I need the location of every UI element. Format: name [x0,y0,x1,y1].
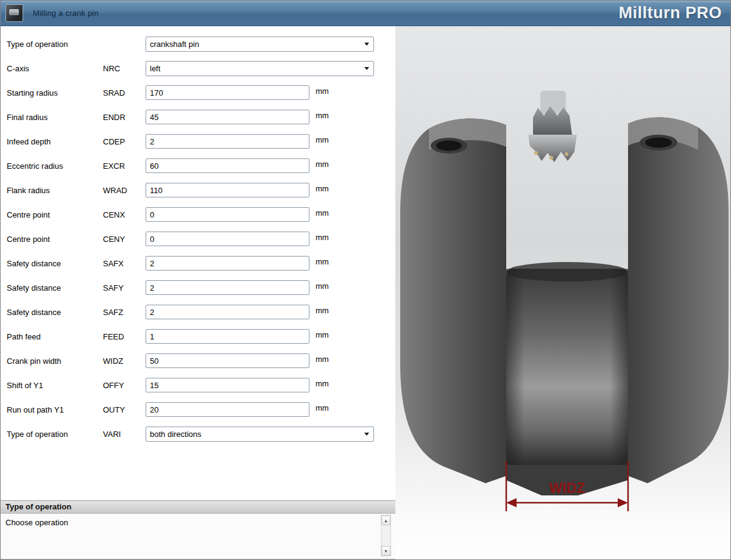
crank-pin [506,262,628,465]
parameter-panel: Type of operationcrankshaft pinC-axisNRC… [1,26,395,559]
crankshaft-model [400,91,729,495]
feed-input[interactable] [146,329,309,344]
form-row: Shift of Y1OFFYmm [7,373,395,397]
param-label-feed: Path feed [7,332,103,341]
cenx-input[interactable] [146,207,309,222]
param-label-wrad: Flank radius [7,186,103,195]
param-label-outy: Run out path Y1 [7,405,103,414]
unit-label: mm [316,233,329,242]
nrc-select[interactable]: left [146,61,374,76]
widz-dimension-label: WIDZ [549,480,585,496]
param-code-vari: VARI [103,430,146,439]
cdep-input[interactable] [146,134,309,149]
param-code-wrad: WRAD [103,186,146,195]
param-code-srad: SRAD [103,88,146,97]
parameter-form: Type of operationcrankshaft pinC-axisNRC… [1,26,395,446]
scroll-up-icon: ▲ [384,519,388,523]
unit-label: mm [316,184,329,193]
param-code-safx: SAFX [103,259,146,268]
wrad-input[interactable] [146,183,309,197]
param-label-offy: Shift of Y1 [7,381,103,390]
outy-input[interactable] [146,402,309,417]
crankshaft-render: WIDZ [395,26,731,560]
safz-input[interactable] [146,305,309,319]
form-row: Type of operationcrankshaft pin [7,32,395,56]
ceny-input[interactable] [146,232,309,246]
param-code-cdep: CDEP [103,137,146,146]
param-label-ceny: Centre point [7,235,103,244]
cutter-insert [565,152,568,156]
help-scrollbar[interactable]: ▲ ▼ [381,515,391,556]
safx-input[interactable] [146,256,309,271]
param-code-safz: SAFZ [103,308,146,317]
param-label-safz: Safety distance [7,308,103,317]
window-title: Milling a crank pin [33,9,99,18]
unit-label: mm [316,355,329,364]
form-row: Path feedFEEDmm [7,324,395,349]
scroll-track[interactable] [381,525,390,546]
excr-input[interactable] [146,158,309,173]
param-label-vari: Type of operation [7,430,103,439]
param-code-excr: EXCR [103,161,146,171]
param-label-safy: Safety distance [7,283,103,292]
form-row: Run out path Y1OUTYmm [7,397,395,422]
unit-label: mm [316,282,329,291]
form-row: Final radiusENDRmm [7,105,395,129]
form-row: Centre pointCENXmm [7,202,395,227]
param-code-feed: FEED [103,332,146,341]
unit-label: mm [316,160,329,169]
form-row: Eccentric radiusEXCRmm [7,154,395,178]
nrc-select-value: left [146,64,160,73]
param-label-cenx: Centre point [7,210,103,219]
cutter-insert [534,151,538,155]
param-label-endr: Final radius [7,113,103,122]
param-code-endr: ENDR [103,113,146,122]
widz-input[interactable] [146,353,309,368]
scroll-down-icon: ▼ [384,549,388,553]
unit-label: mm [316,111,329,120]
vari-select-value: both directions [146,430,202,439]
brand-logo: Millturn PRO [619,4,722,23]
unit-label: mm [316,379,329,388]
form-row: Infeed depthCDEPmm [7,129,395,154]
param-label-safx: Safety distance [7,259,103,268]
safy-input[interactable] [146,280,309,295]
milling-tool [528,91,577,162]
chevron-down-icon [364,43,369,46]
unit-label: mm [316,306,329,315]
param-code-outy: OUTY [103,405,146,414]
3d-viewport[interactable]: WIDZ [395,26,730,559]
param-code-cenx: CENX [103,210,146,219]
help-text: Choose operation [1,514,395,531]
unit-label: mm [316,330,329,339]
form-row: Flank radiusWRADmm [7,178,395,202]
scroll-down-button[interactable]: ▼ [381,546,390,556]
cutter-insert [549,156,553,160]
unit-label: mm [316,257,329,266]
app-icon[interactable] [5,4,23,22]
help-section: Choose operation ▲ ▼ [1,514,395,559]
offy-input[interactable] [146,378,309,392]
param-label-cdep: Infeed depth [7,137,103,146]
param-code-nrc: NRC [103,64,146,73]
param-label-excr: Eccentric radius [7,161,103,171]
param-code-safy: SAFY [103,283,146,292]
param-code-offy: OFFY [103,381,146,390]
type-of-operation-select-value: crankshaft pin [146,40,199,49]
vari-select[interactable]: both directions [146,427,374,442]
form-row: Safety distanceSAFZmm [7,300,395,324]
form-row: Centre pointCENYmm [7,227,395,251]
param-code-ceny: CENY [103,235,146,244]
endr-input[interactable] [146,110,309,124]
form-row: Safety distanceSAFYmm [7,275,395,300]
form-row: Crank pin widthWIDZmm [7,349,395,373]
chevron-down-icon [364,67,369,70]
type-of-operation-select[interactable]: crankshaft pin [146,37,374,52]
form-row: C-axisNRCleft [7,56,395,80]
unit-label: mm [316,135,329,144]
scroll-up-button[interactable]: ▲ [381,516,390,525]
param-label-type-of-operation: Type of operation [7,40,103,49]
srad-input[interactable] [146,85,309,100]
title-bar: Milling a crank pin Millturn PRO [1,1,730,26]
unit-label: mm [316,87,329,96]
